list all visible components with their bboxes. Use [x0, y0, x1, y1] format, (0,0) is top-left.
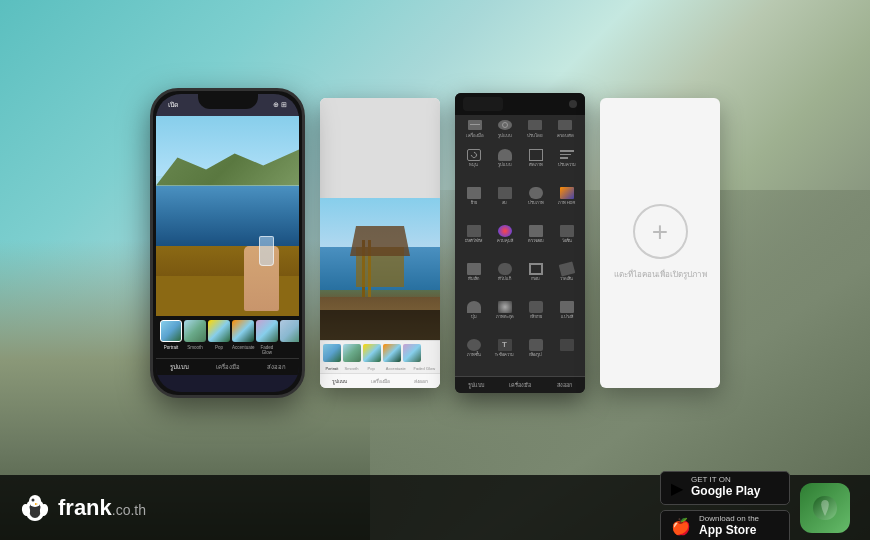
tool-draw-icon — [558, 261, 575, 276]
tool-extra[interactable] — [552, 336, 581, 372]
tool-camera-label: กล้าถ่าย — [530, 315, 542, 320]
h-icon-1 — [468, 120, 482, 130]
tools-grid: หมุน รูปแบบ ตัดภาพ ปรับความ — [455, 142, 585, 376]
s3-nav2[interactable]: เครื่องมือ — [509, 381, 531, 389]
tool-hdr[interactable]: ภาพ HDR — [552, 184, 581, 220]
h-icon-4 — [558, 120, 572, 130]
tool-text[interactable]: T Tr ข้อความ — [490, 336, 519, 372]
tools-header-row: เครื่องมือ รูปแบบ ปรับโดย ครอบตัด — [455, 115, 585, 142]
nav-rubbaep[interactable]: รูปแบบ — [170, 362, 189, 372]
tool-brush-label: แปรงสี — [561, 315, 573, 320]
tool-sharpen-icon — [467, 263, 481, 275]
tool-sharpen-label: ทีมเล็ก — [468, 277, 479, 282]
tool-adjust[interactable]: ปรับความ — [552, 146, 581, 182]
s2-thumb5[interactable] — [403, 344, 421, 362]
bottom-bar: frank.co.th ▶ GET IT ON Google Play 🍎 Do… — [0, 475, 870, 540]
s3-nav3[interactable]: ส่งออก — [557, 381, 572, 389]
tool-sharpen[interactable]: ทีมเล็ก — [459, 260, 488, 296]
tool-rotate-icon — [467, 149, 481, 161]
tool-multi[interactable]: มัลติโฟกัส — [459, 222, 488, 258]
thumb-smooth[interactable] — [184, 320, 206, 342]
snapseed-app-icon[interactable] — [800, 483, 850, 533]
frank-brand-text: frank.co.th — [58, 495, 146, 521]
tool-multi-label: มัลติโฟกัส — [465, 239, 482, 244]
empty-state-text: แตะที่ไอคอนเพื่อเปิดรูปภาพ — [604, 269, 717, 280]
tool-photo-label: กล้องรูป — [529, 353, 542, 358]
s2-thumb4[interactable] — [383, 344, 401, 362]
screen-mockup-3: เครื่องมือ รูปแบบ ปรับโดย ครอบตัด — [455, 93, 585, 393]
thumb-accentuate[interactable] — [232, 320, 254, 342]
s2-nav3[interactable]: ส่งออก — [414, 377, 428, 385]
tool-text-label: Tr ข้อความ — [495, 353, 515, 358]
app-store-badge[interactable]: 🍎 Download on the App Store — [660, 510, 790, 540]
tool-sticker[interactable]: ปุ่ม — [459, 298, 488, 334]
s2-thumb2[interactable] — [343, 344, 361, 362]
thumb-pop[interactable] — [208, 320, 230, 342]
label-pop: Pop — [208, 345, 230, 355]
tool-frame-label: กรอบ — [531, 277, 540, 282]
svg-point-3 — [32, 498, 35, 501]
tool-enhance-label: ปรับภาพ — [528, 201, 544, 206]
h-icon-3 — [528, 120, 542, 130]
tool-curves-icon — [560, 225, 574, 237]
google-play-badge[interactable]: ▶ GET IT ON Google Play — [660, 471, 790, 505]
apple-name: App Store — [699, 523, 759, 539]
tool-crop[interactable]: ตัดภาพ — [521, 146, 550, 182]
tool-adjust-label: ปรับความ — [558, 163, 576, 168]
thumb-faded[interactable] — [256, 320, 278, 342]
google-name: Google Play — [691, 484, 760, 500]
glass — [259, 236, 274, 266]
phone-screen: เปิด ⊕ ⊞ — [156, 94, 299, 392]
tool-lens[interactable]: ทีโปแก้ — [490, 260, 519, 296]
tool-rotate[interactable]: หมุน — [459, 146, 488, 182]
tool-blur-icon — [498, 301, 512, 313]
s2-nav2[interactable]: เครื่องมือ — [371, 377, 390, 385]
tool-brush-icon — [560, 301, 574, 313]
h-label-2: รูปแบบ — [498, 132, 512, 139]
tool-camera[interactable]: กล้าถ่าย — [521, 298, 550, 334]
tool-rubbaep-icon — [498, 149, 512, 161]
tool-sticker-icon — [467, 301, 481, 313]
frank-domain: .co.th — [112, 502, 146, 518]
screen2-dock-overlay — [320, 310, 440, 340]
s2-thumb3[interactable] — [363, 344, 381, 362]
tool-enhance[interactable]: ปรับภาพ — [521, 184, 550, 220]
tool-lens-label: ทีโปแก้ — [498, 277, 511, 282]
tool-move[interactable]: ย้าย — [459, 184, 488, 220]
tool-frame[interactable]: กรอบ — [521, 260, 550, 296]
snapseed-leaf-icon — [809, 492, 841, 524]
app-store-text: Download on the App Store — [699, 515, 759, 539]
s2-thumb1[interactable] — [323, 344, 341, 362]
s2-label2: Smooth — [343, 366, 361, 371]
tool-healing-label: ภาพชั้น — [467, 353, 481, 358]
s3-nav1[interactable]: รูปแบบ — [468, 381, 484, 389]
tool-adjust-icon — [560, 149, 574, 161]
nav-export[interactable]: ส่งออก — [267, 362, 286, 372]
s2-nav1[interactable]: รูปแบบ — [332, 377, 347, 385]
tool-extra-icon — [560, 339, 574, 351]
add-photo-button[interactable]: + — [633, 204, 688, 259]
tool-healing[interactable]: ภาพชั้น — [459, 336, 488, 372]
tool-healing-icon — [467, 339, 481, 351]
tool-photo[interactable]: กล้องรูป — [521, 336, 550, 372]
nav-tools[interactable]: เครื่องมือ — [216, 362, 240, 372]
tool-brush[interactable]: แปรงสี — [552, 298, 581, 334]
tool-rubbaep[interactable]: รูปแบบ — [490, 146, 519, 182]
frank-bird-icon — [20, 494, 50, 522]
tool-check[interactable]: ตรวจสอบ — [521, 222, 550, 258]
tool-blur[interactable]: ภาพตะกุด — [490, 298, 519, 334]
screen2-photo — [320, 198, 440, 340]
tool-delete[interactable]: ลบ — [490, 184, 519, 220]
tool-curves[interactable]: โอเจ็น — [552, 222, 581, 258]
phone-notch — [198, 91, 258, 109]
status-left: เปิด — [168, 99, 179, 110]
plus-icon: + — [652, 216, 668, 248]
thumb-portrait[interactable] — [160, 320, 182, 342]
tool-color[interactable]: ควบคุมสี — [490, 222, 519, 258]
tool-draw[interactable]: วาดเส้น — [552, 260, 581, 296]
thumb-glow[interactable] — [280, 320, 299, 342]
main-content: เปิด ⊕ ⊞ — [0, 0, 870, 475]
s2-label1: Portrait — [323, 366, 341, 371]
tool-hdr-label: ภาพ HDR — [558, 201, 576, 206]
google-pre: GET IT ON — [691, 476, 760, 484]
